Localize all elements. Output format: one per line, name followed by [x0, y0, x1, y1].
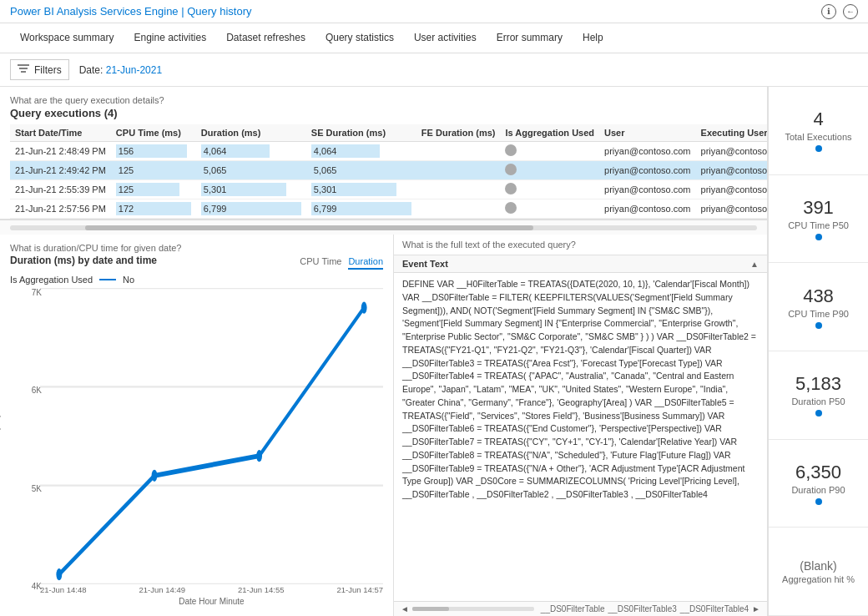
line-chart: Duration (ms) 7K 6K 5K 4K [10, 288, 383, 608]
stat-value: 438 [803, 285, 834, 307]
event-text-label: Event Text [402, 259, 448, 269]
query-scroll-bar[interactable]: ◄ __DS0FilterTable __DS0FilterTable3 __D… [394, 601, 767, 616]
x-label-1: 21-Jun 14:49 [139, 585, 185, 594]
cell-se-duration: 5,065 [306, 161, 416, 180]
scroll-left-icon[interactable]: ◄ [401, 604, 409, 613]
table-row[interactable]: 21-Jun-21 2:49:42 PM 125 5,065 5,065 pri… [10, 161, 768, 180]
scroll-right-icon[interactable]: ► [752, 604, 760, 613]
aggregation-icon [505, 144, 517, 156]
stat-label: Duration P50 [791, 396, 845, 406]
filters-button[interactable]: Filters [10, 59, 69, 80]
header-subtitle: Query history [187, 5, 251, 18]
svg-point-10 [361, 302, 367, 314]
stat-card-4: 6,350Duration P90 [769, 440, 868, 528]
y-label-6k: 6K [17, 386, 42, 395]
stat-card-0: 4Total Executions [769, 87, 868, 175]
col-duration: Duration (ms) [196, 124, 306, 142]
cell-se-duration: 4,064 [306, 142, 416, 161]
cell-start-time: 21-Jun-21 2:55:39 PM [10, 180, 111, 199]
svg-point-8 [152, 470, 158, 482]
cell-fe-duration [416, 142, 501, 161]
table-header-row: Start Date/Time CPU Time (ms) Duration (… [10, 124, 768, 142]
scrollbar-thumb [85, 225, 533, 230]
stat-value: 6,350 [795, 462, 841, 483]
cell-cpu: 125 [111, 180, 196, 199]
stats-panel: 4Total Executions391CPU Time P50438CPU T… [768, 87, 868, 616]
back-icon[interactable]: ← [843, 4, 858, 19]
query-text-content[interactable]: DEFINE VAR __H0FilterTable = TREATAS({DA… [394, 273, 767, 601]
table-title: Query executions (4) [10, 107, 757, 119]
cell-exec-user: priyan@contoso.com [696, 142, 768, 161]
x-axis-labels: 21-Jun 14:48 21-Jun 14:49 21-Jun 14:55 2… [40, 585, 383, 594]
filters-label: Filters [34, 64, 62, 76]
nav-dataset-refreshes[interactable]: Dataset refreshes [216, 23, 315, 53]
stat-card-5: (Blank)Aggregation hit % [769, 528, 868, 616]
scroll-label-1: __DS0FilterTable [541, 604, 605, 613]
x-label-3: 21-Jun 14:57 [337, 585, 383, 594]
cell-user: priyan@contoso.com [599, 180, 696, 199]
left-panel: What are the query execution details? Qu… [0, 87, 768, 616]
table-row[interactable]: 21-Jun-21 2:48:49 PM 156 4,064 4,064 pri… [10, 142, 768, 161]
tab-cpu-time[interactable]: CPU Time [300, 255, 341, 270]
cell-agg-used [500, 199, 599, 219]
x-label-0: 21-Jun 14:48 [40, 585, 86, 594]
table-scroll[interactable] [0, 220, 767, 235]
stat-label: CPU Time P50 [788, 220, 849, 230]
x-axis-title: Date Hour Minute [40, 597, 383, 606]
cell-cpu: 172 [111, 199, 196, 219]
header-icons: ℹ ← [821, 4, 858, 19]
y-axis-title: Duration (ms) [0, 288, 1, 591]
info-icon[interactable]: ℹ [821, 4, 836, 19]
cell-agg-used [500, 180, 599, 199]
svg-point-7 [56, 568, 62, 580]
table-row[interactable]: 21-Jun-21 2:55:39 PM 125 5,301 5,301 pri… [10, 180, 768, 199]
cell-duration: 5,301 [196, 180, 306, 199]
legend-series-label: Is Aggregation Used [10, 275, 93, 285]
cell-start-time: 21-Jun-21 2:49:42 PM [10, 161, 111, 180]
legend-line-icon [99, 279, 116, 280]
stat-label: CPU Time P90 [788, 309, 849, 319]
duration-chart: What is duration/CPU time for given date… [0, 235, 394, 616]
aggregation-icon [505, 183, 517, 194]
stat-card-3: 5,183Duration P50 [769, 351, 868, 440]
cell-agg-used [500, 142, 599, 161]
table-section: What are the query execution details? Qu… [0, 87, 767, 220]
cell-duration: 5,065 [196, 161, 306, 180]
app-header: Power BI Analysis Services Engine | Quer… [0, 0, 868, 23]
sort-icon[interactable]: ▲ [750, 260, 759, 269]
col-cpu-time: CPU Time (ms) [111, 124, 196, 142]
stat-value: 5,183 [795, 373, 841, 395]
nav-engine-activities[interactable]: Engine activities [124, 23, 216, 53]
nav-workspace-summary[interactable]: Workspace summary [10, 23, 124, 53]
col-se-duration: SE Duration (ms) [306, 124, 416, 142]
stat-card-1: 391CPU Time P50 [769, 175, 868, 264]
stat-label: Total Executions [785, 132, 851, 142]
cell-fe-duration [416, 199, 501, 219]
col-user: User [599, 124, 696, 142]
stat-dot [815, 234, 822, 240]
cell-exec-user: priyan@contoso.com [696, 161, 768, 180]
cell-cpu: 156 [111, 142, 196, 161]
stat-dot [815, 498, 822, 505]
query-executions-table: Start Date/Time CPU Time (ms) Duration (… [10, 124, 768, 219]
nav-error-summary[interactable]: Error summary [487, 23, 573, 53]
cell-user: priyan@contoso.com [599, 199, 696, 219]
table-row[interactable]: 21-Jun-21 2:57:56 PM 172 6,799 6,799 pri… [10, 199, 768, 219]
cell-fe-duration [416, 161, 501, 180]
col-start-time: Start Date/Time [10, 124, 111, 142]
stat-dot [815, 145, 822, 152]
nav-query-statistics[interactable]: Query statistics [315, 23, 404, 53]
cell-start-time: 21-Jun-21 2:48:49 PM [10, 142, 111, 161]
cell-se-duration: 5,301 [306, 180, 416, 199]
col-fe-duration: FE Duration (ms) [416, 124, 501, 142]
query-text-panel: What is the full text of the executed qu… [394, 235, 767, 616]
stat-label: Aggregation hit % [782, 574, 855, 584]
tab-duration[interactable]: Duration [348, 255, 383, 270]
aggregation-icon [505, 164, 517, 175]
query-panel-subtitle: What is the full text of the executed qu… [394, 235, 767, 255]
cell-exec-user: priyan@contoso.com [696, 180, 768, 199]
x-label-2: 21-Jun 14:55 [238, 585, 284, 594]
nav-help[interactable]: Help [573, 23, 613, 53]
cell-agg-used [500, 161, 599, 180]
nav-user-activities[interactable]: User activities [404, 23, 487, 53]
